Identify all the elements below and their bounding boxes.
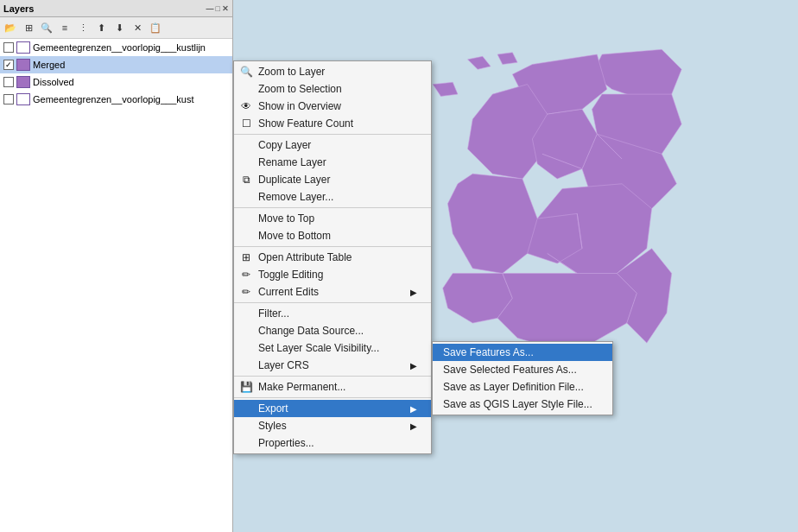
menu-button[interactable]: ⋮ (74, 19, 92, 36)
menu-export[interactable]: Export ▶ (234, 400, 431, 417)
open-layer-button[interactable]: 📂 (2, 19, 19, 36)
search-button[interactable]: 🔍 (38, 19, 55, 36)
menu-divider-4 (234, 302, 431, 303)
layers-list: Gemeentegrenzen__voorlopig___kustlijn Me… (0, 39, 232, 532)
context-menu: 🔍 Zoom to Layer Zoom to Selection 👁 Show… (233, 60, 432, 454)
menu-duplicate-layer[interactable]: ⧉ Duplicate Layer (234, 171, 431, 188)
set-layer-scale-label: Set Layer Scale Visibility... (258, 342, 379, 354)
menu-zoom-to-layer[interactable]: 🔍 Zoom to Layer (234, 63, 431, 80)
menu-move-to-top[interactable]: Move to Top (234, 210, 431, 227)
layer-name-gemeente: Gemeentegrenzen__voorlopig___kust (33, 94, 194, 104)
attribute-table-icon: ⊞ (239, 251, 253, 263)
menu-divider-3 (234, 246, 431, 247)
layers-title-bar: Layers — □ ✕ (0, 0, 232, 17)
remove-button[interactable]: ✕ (129, 19, 146, 36)
minimize-icon[interactable]: — (206, 4, 214, 13)
layer-checkbox-gemeente[interactable] (3, 94, 14, 104)
menu-layer-crs[interactable]: Layer CRS ▶ (234, 357, 431, 374)
make-permanent-icon: 💾 (239, 381, 253, 393)
feature-count-check: ☐ (239, 117, 253, 130)
menu-toggle-editing[interactable]: ✏ Toggle Editing (234, 266, 431, 283)
export-arrow: ▶ (410, 404, 417, 414)
menu-rename-layer[interactable]: Rename Layer (234, 154, 431, 171)
layer-crs-arrow: ▶ (410, 361, 417, 370)
rename-layer-label: Rename Layer (258, 156, 326, 168)
zoom-to-selection-label: Zoom to Selection (258, 83, 342, 95)
export-label: Export (258, 402, 288, 415)
toggle-editing-icon: ✏ (239, 269, 253, 281)
filter-button[interactable]: ≡ (56, 19, 73, 36)
save-layer-definition-item[interactable]: Save as Layer Definition File... (433, 378, 612, 396)
layer-icon-dissolved (16, 76, 30, 88)
menu-current-edits[interactable]: ✏ Current Edits ▶ (234, 283, 431, 301)
properties-label: Properties... (258, 437, 314, 449)
styles-arrow: ▶ (410, 421, 417, 431)
layer-item-dissolved[interactable]: Dissolved (0, 73, 232, 91)
layer-name: Gemeentegrenzen__voorlopig___kustlijn (33, 42, 206, 53)
layer-item[interactable]: Gemeentegrenzen__voorlopig___kustlijn (0, 39, 232, 56)
layer-checkbox-dissolved[interactable] (3, 77, 14, 87)
svg-marker-0 (592, 49, 682, 99)
remove-layer-label: Remove Layer... (258, 191, 333, 203)
move-to-bottom-label: Move to Bottom (258, 230, 331, 242)
menu-open-attribute-table[interactable]: ⊞ Open Attribute Table (234, 249, 431, 266)
menu-filter[interactable]: Filter... (234, 305, 431, 322)
menu-show-in-overview[interactable]: 👁 Show in Overview (234, 98, 431, 115)
menu-remove-layer[interactable]: Remove Layer... (234, 188, 431, 206)
save-selected-features-label: Save Selected Features As... (443, 364, 577, 376)
current-edits-arrow: ▶ (410, 288, 417, 297)
restore-icon[interactable]: □ (216, 4, 220, 13)
layers-toolbar: 📂 ⊞ 🔍 ≡ ⋮ ⬆ ⬇ ✕ 📋 (0, 17, 232, 39)
menu-copy-layer[interactable]: Copy Layer (234, 136, 431, 154)
current-edits-label: Current Edits (258, 286, 319, 298)
show-overview-icon: 👁 (239, 100, 253, 112)
layer-checkbox[interactable] (3, 42, 14, 53)
layer-checkbox-merged[interactable] (3, 60, 14, 70)
menu-set-layer-scale[interactable]: Set Layer Scale Visibility... (234, 339, 431, 357)
svg-marker-6 (468, 85, 548, 179)
layer-name-merged: Merged (33, 60, 65, 70)
save-selected-features-item[interactable]: Save Selected Features As... (433, 361, 612, 378)
layer-icon (16, 41, 30, 54)
title-bar-controls: — □ ✕ (206, 4, 229, 13)
add-layer-button[interactable]: ⊞ (20, 19, 37, 36)
save-qgis-layer-style-item[interactable]: Save as QGIS Layer Style File... (433, 396, 612, 413)
menu-change-data-source[interactable]: Change Data Source... (234, 322, 431, 339)
layer-crs-label: Layer CRS (258, 359, 309, 371)
menu-make-permanent[interactable]: 💾 Make Permanent... (234, 378, 431, 396)
svg-marker-9 (497, 273, 636, 347)
menu-divider-5 (234, 376, 431, 377)
menu-zoom-to-selection[interactable]: Zoom to Selection (234, 80, 431, 98)
show-feature-count-label: Show Feature Count (258, 117, 353, 130)
zoom-to-layer-icon: 🔍 (239, 66, 253, 78)
menu-divider-2 (234, 207, 431, 208)
layer-name-dissolved: Dissolved (33, 77, 74, 87)
toggle-editing-label: Toggle Editing (258, 269, 323, 281)
save-qgis-layer-style-label: Save as QGIS Layer Style File... (443, 398, 592, 410)
layers-panel-title: Layers (3, 3, 34, 14)
menu-properties[interactable]: Properties... (234, 434, 431, 452)
menu-divider-6 (234, 397, 431, 398)
menu-styles[interactable]: Styles ▶ (234, 417, 431, 434)
svg-marker-17 (468, 56, 491, 69)
duplicate-button[interactable]: 📋 (147, 19, 164, 36)
make-permanent-label: Make Permanent... (258, 381, 345, 393)
menu-move-to-bottom[interactable]: Move to Bottom (234, 227, 431, 244)
layer-item-gemeente[interactable]: Gemeentegrenzen__voorlopig___kust (0, 91, 232, 108)
close-icon[interactable]: ✕ (222, 4, 229, 13)
layers-panel: Layers — □ ✕ 📂 ⊞ 🔍 ≡ ⋮ ⬆ ⬇ ✕ 📋 Gemeenteg… (0, 0, 233, 532)
show-in-overview-label: Show in Overview (258, 100, 341, 112)
filter-label: Filter... (258, 307, 289, 320)
layer-icon-merged (16, 59, 30, 71)
copy-layer-label: Copy Layer (258, 139, 311, 151)
move-to-top-label: Move to Top (258, 212, 314, 225)
move-down-button[interactable]: ⬇ (111, 19, 128, 36)
menu-show-feature-count[interactable]: ☐ Show Feature Count (234, 115, 431, 132)
save-features-as-label: Save Features As... (443, 346, 534, 358)
move-up-button[interactable]: ⬆ (92, 19, 110, 36)
svg-marker-18 (433, 82, 458, 96)
layer-item-merged[interactable]: Merged (0, 56, 232, 73)
save-features-as-item[interactable]: Save Features As... (433, 344, 612, 361)
current-edits-icon: ✏ (239, 286, 253, 298)
duplicate-layer-label: Duplicate Layer (258, 174, 330, 186)
